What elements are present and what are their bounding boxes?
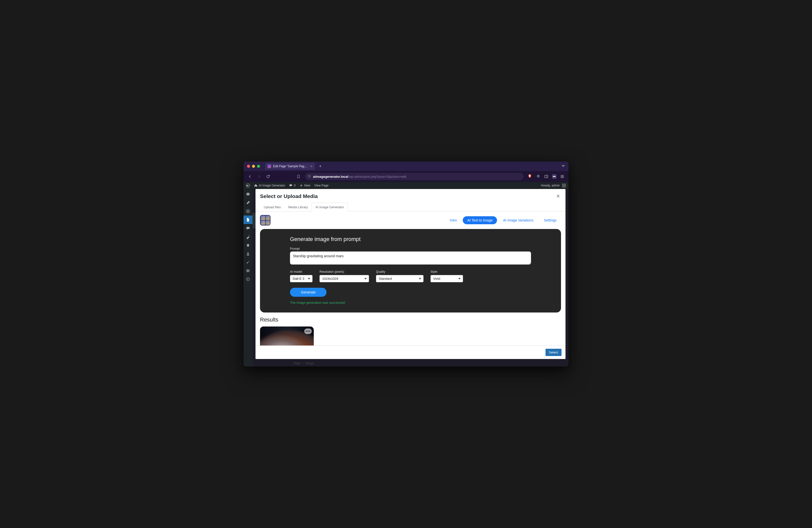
comments-menu-icon[interactable] [244,224,252,233]
generate-button[interactable]: Generate [290,288,327,297]
browser-toolbar: aiimagegenerator.local/wp-admin/post.php… [244,171,568,182]
browser-window: Edit Page "Sample Page" ‹ AI × + aiim [244,161,568,367]
wp-admin-sidebar [244,189,252,367]
generate-panel: Generate image from prompt Prompt Starsh… [260,229,561,312]
svg-point-19 [248,270,249,271]
nav-text-to-image[interactable]: AI Text to Image [463,216,497,224]
prompt-input[interactable]: Starship gravitating around mars [290,251,531,264]
app-menu-icon[interactable] [560,174,565,179]
modal-body: Intro AI Text to Image AI Image Variatio… [256,211,566,346]
resolution-label: Resolution (pixels) [319,270,369,274]
svg-point-0 [308,175,308,176]
nav-settings[interactable]: Settings [539,216,561,224]
svg-point-20 [247,271,248,272]
quality-select[interactable]: Standard [376,275,423,282]
avatar [562,184,566,188]
select-button[interactable]: Select [546,349,562,356]
posts-menu-icon[interactable] [244,199,252,207]
svg-rect-4 [545,175,548,178]
svg-rect-10 [561,176,564,177]
options-row: AI model: Dall-E 3 Resolution (pixels) 1… [290,270,531,282]
tab-title: Edit Page "Sample Page" ‹ AI [273,164,308,168]
modal-footer: Select [256,346,566,359]
style-label: Style: [431,270,463,274]
modal-title: Select or Upload Media [260,193,318,199]
brave-shields-icon[interactable] [527,174,532,179]
status-message: The image generation was successful! [290,301,531,305]
model-select[interactable]: Dall-E 3 [290,275,313,282]
minimize-window-button[interactable] [252,165,255,168]
wp-body: All Ad Page › Image Select or Upload Med… [244,189,568,367]
media-menu-icon[interactable] [244,207,252,216]
appearance-menu-icon[interactable] [244,233,252,241]
window-controls [247,165,260,168]
prompt-label: Prompt [290,247,531,250]
extensions-icon[interactable] [536,174,540,179]
tools-menu-icon[interactable] [244,258,252,266]
svg-point-18 [247,269,248,270]
modal-header: Select or Upload Media ✕ [256,189,566,203]
svg-rect-9 [561,175,564,176]
browser-tab-bar: Edit Page "Sample Page" ‹ AI × + [244,161,568,171]
plugins-menu-icon[interactable] [244,241,252,249]
url-domain: aiimagegenerator.local [313,175,348,178]
nav-image-variations[interactable]: AI Image Variations [498,216,538,224]
tab-ai-image-generator[interactable]: AI Image Generator [312,203,348,211]
results-section: Results ••• [256,312,566,346]
panel-heading: Generate image from prompt [290,236,531,243]
site-name-link[interactable]: AI Image Generator [254,184,285,187]
comments-link[interactable]: 0 [289,184,295,187]
view-page-link[interactable]: View Page [314,184,329,187]
pages-menu-icon[interactable] [244,216,252,224]
media-modal: Select or Upload Media ✕ Upload files Me… [252,189,568,367]
resolution-select[interactable]: 1024x1024 [319,275,369,282]
maximize-window-button[interactable] [257,165,260,168]
close-window-button[interactable] [247,165,250,168]
results-heading: Results [260,317,561,323]
svg-rect-3 [308,177,310,177]
svg-rect-11 [561,177,564,178]
media-modal-panel: Select or Upload Media ✕ Upload files Me… [256,189,566,359]
style-select[interactable]: Vivid [431,275,463,282]
settings-menu-icon[interactable] [244,266,252,275]
reload-button[interactable] [265,175,271,178]
users-menu-icon[interactable] [244,249,252,258]
tab-upload-files[interactable]: Upload files [260,203,285,211]
tab-list-button[interactable] [562,164,565,168]
back-button[interactable] [247,175,252,178]
extension-header: Intro AI Text to Image AI Image Variatio… [256,211,566,229]
nav-intro[interactable]: Intro [445,216,461,224]
url-path: /wp-admin/post.php?post=2&action=edit [348,175,406,178]
result-card[interactable]: ••• [260,326,314,346]
new-content-link[interactable]: New [300,184,310,187]
collapse-menu-icon[interactable] [244,275,252,283]
svg-rect-8 [553,176,555,177]
svg-point-21 [246,278,250,281]
close-icon[interactable]: ✕ [555,192,561,200]
profile-icon[interactable] [552,174,556,179]
wp-logo-icon[interactable] [246,184,250,188]
dashboard-menu-icon[interactable] [244,190,252,199]
svg-point-14 [247,252,248,254]
site-settings-icon[interactable] [307,175,311,179]
svg-point-2 [310,176,310,177]
sidebar-toggle-icon[interactable] [544,174,549,179]
quality-label: Quality [376,270,423,274]
svg-rect-1 [309,175,310,176]
browser-tab[interactable]: Edit Page "Sample Page" ‹ AI × [265,163,315,170]
user-greeting[interactable]: Howdy, admin [541,184,566,188]
extension-nav: Intro AI Text to Image AI Image Variatio… [445,216,561,224]
new-tab-button[interactable]: + [318,164,323,169]
extension-logo-icon [260,215,271,225]
result-menu-icon[interactable]: ••• [304,328,312,334]
tab-media-library[interactable]: Media Library [285,203,312,211]
modal-tabs: Upload files Media Library AI Image Gene… [256,203,566,211]
model-label: AI model: [290,270,313,274]
address-bar[interactable]: aiimagegenerator.local/wp-admin/post.php… [305,173,523,180]
forward-button[interactable] [257,175,261,178]
bookmark-icon[interactable] [296,175,301,178]
favicon-icon [267,164,271,168]
close-tab-icon[interactable]: × [310,164,313,168]
wp-admin-bar: AI Image Generator 0 New View Page Howdy… [244,182,568,189]
